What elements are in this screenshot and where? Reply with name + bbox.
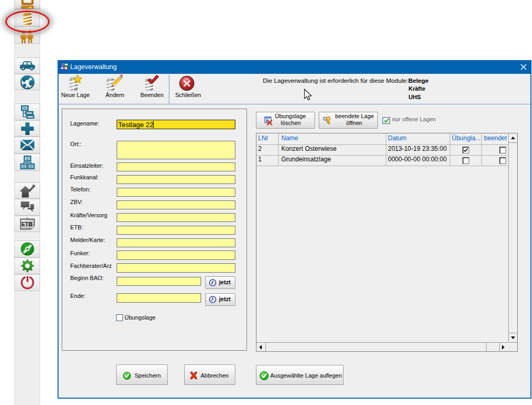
svg-text:ETB: ETB	[21, 220, 32, 227]
